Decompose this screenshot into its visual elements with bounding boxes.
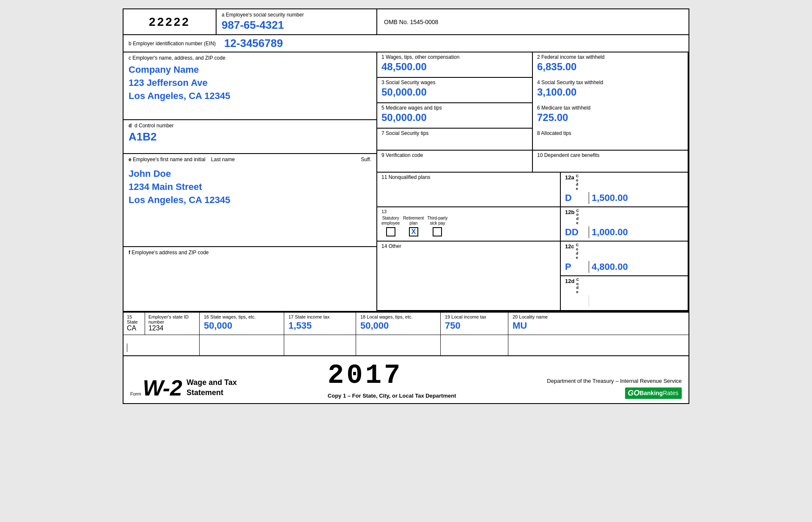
page-wrapper: 22222 a Employee's social security numbe… xyxy=(123,8,689,404)
employee-section: e Employee's first name and initial Last… xyxy=(123,154,376,247)
box4-value: 3,100.00 xyxy=(537,86,683,98)
box14-12cd-row: 14 Other 12c Code P 4,800.00 xyxy=(377,242,688,311)
box12d-label: 12d xyxy=(565,278,574,284)
box3-4-row: 3 Social Security wages 50,000.00 4 Soci… xyxy=(377,78,688,103)
employee-address-section: f Employee's address and ZIP code xyxy=(123,247,376,260)
box7-8-row: 7 Social Security tips 8 Allocated tips xyxy=(377,129,688,151)
box12b-inner: DD 1,000.00 xyxy=(565,226,683,238)
box12d-divider xyxy=(589,295,589,307)
footer-right: Department of the Treasury – Internal Re… xyxy=(547,378,682,399)
box10-label: 10 Dependent care benefits xyxy=(537,152,683,158)
go-text: GO xyxy=(628,389,639,398)
box6-label: 6 Medicare tax withheld xyxy=(537,105,683,111)
box14-label: 14 Other xyxy=(381,243,556,249)
box20-value: MU xyxy=(513,320,684,331)
box12c-divider xyxy=(589,261,589,273)
footer: Form W-2 Wage and TaxStatement 2017 Copy… xyxy=(123,356,689,403)
box12d-inner xyxy=(565,295,683,307)
employer-name: Company Name 123 Jefferson Ave Los Angel… xyxy=(129,63,371,102)
state-row2-col5 xyxy=(441,335,508,355)
footer-agency: Department of the Treasury – Internal Re… xyxy=(547,378,682,384)
box15-employer-id-label: Employer's state ID number xyxy=(148,314,196,324)
box12a-divider xyxy=(589,192,589,204)
box17-value: 1,535 xyxy=(288,320,351,331)
box2-label: 2 Federal income tax withheld xyxy=(537,54,683,60)
box10: 10 Dependent care benefits xyxy=(533,151,688,172)
employer-section: c Employer's name, address, and ZIP code… xyxy=(123,52,376,120)
box12a-amount: 1,500.00 xyxy=(592,192,628,203)
employee-address-label: f Employee's address and ZIP code xyxy=(129,250,371,256)
box5-6-row: 5 Medicare wages and tips 50,000.00 6 Me… xyxy=(377,103,688,129)
box13-label: 13 xyxy=(381,209,556,214)
box13-12b-row: 13 Statutoryemployee Retirementplan X xyxy=(377,207,688,242)
box18: 18 Local wages, tips, etc. 50,000 xyxy=(356,313,441,335)
box4-label: 4 Social Security tax withheld xyxy=(537,80,683,85)
box12c-code: P xyxy=(565,261,586,272)
box8-label: 8 Allocated tips xyxy=(537,130,683,136)
box4: 4 Social Security tax withheld 3,100.00 xyxy=(533,78,688,103)
w2-big-label: W-2 xyxy=(143,376,182,400)
box5-value: 50,000.00 xyxy=(381,112,528,124)
state-row2-col1 xyxy=(123,335,200,355)
box12a-code-label: Code xyxy=(576,174,588,191)
box15-label: 15 State xyxy=(127,314,141,324)
state-row2-col6 xyxy=(508,335,689,355)
employee-suff-label: Suff. xyxy=(361,157,371,162)
box15-employer-id-value: 1234 xyxy=(148,324,196,332)
box12b: 12b Code DD 1,000.00 xyxy=(561,207,688,241)
go-banking-logo: GO Banking Rates xyxy=(625,387,682,399)
ssn-value: 987-65-4321 xyxy=(222,19,371,32)
state-row2-col3 xyxy=(284,335,356,355)
box5: 5 Medicare wages and tips 50,000.00 xyxy=(377,103,533,129)
box3-value: 50,000.00 xyxy=(381,86,528,98)
box12d-code-label: Code xyxy=(576,278,588,295)
box12c-header: 12c Code xyxy=(565,243,683,260)
box5-label: 5 Medicare wages and tips xyxy=(381,105,528,111)
form-id: 22222 xyxy=(123,9,217,34)
footer-left: Form W-2 Wage and TaxStatement xyxy=(130,377,237,399)
box12b-label: 12b xyxy=(565,209,574,215)
box12b-code-label: Code xyxy=(576,209,588,226)
box1-value: 48,500.00 xyxy=(381,61,528,73)
main-grid: c Employer's name, address, and ZIP code… xyxy=(123,52,689,312)
box12c-label: 12c xyxy=(565,243,574,250)
omb-label: OMB No. 1545-0008 xyxy=(384,19,438,25)
box1-label: 1 Wages, tips, other compensation xyxy=(381,54,528,60)
state-row2-col2 xyxy=(200,335,284,355)
box1: 1 Wages, tips, other compensation 48,500… xyxy=(377,52,533,78)
box7-label: 7 Social Security tips xyxy=(381,130,528,136)
box6-value: 725.00 xyxy=(537,112,683,124)
box16: 16 State wages, tips, etc. 50,000 xyxy=(200,313,284,335)
box20: 20 Locality name MU xyxy=(508,313,689,335)
box12c-code-label: Code xyxy=(576,243,588,260)
banking-text: Banking xyxy=(639,390,663,396)
thirdparty-checkbox xyxy=(433,227,442,236)
box12b-code: DD xyxy=(565,227,586,238)
ein-value: 12-3456789 xyxy=(224,37,283,50)
box9-label: 9 Verification code xyxy=(381,152,528,158)
left-panel: c Employer's name, address, and ZIP code… xyxy=(123,52,377,311)
box12a-header: 12a Code xyxy=(565,174,683,191)
box17-label: 17 State income tax xyxy=(288,314,351,319)
rates-text: Rates xyxy=(663,390,678,396)
middle-panel: 1 Wages, tips, other compensation 48,500… xyxy=(377,52,689,311)
statutory-checkbox xyxy=(386,227,395,236)
state-row-2 xyxy=(123,335,689,356)
box3-label: 3 Social Security wages xyxy=(381,80,528,85)
box18-label: 18 Local wages, tips, etc. xyxy=(360,314,436,319)
box12b-divider xyxy=(589,226,589,238)
box12c-inner: P 4,800.00 xyxy=(565,261,683,273)
statutory-label: Statutoryemployee xyxy=(381,216,400,226)
control-section: d d Control number A1B2 xyxy=(123,120,376,154)
w2-logo: Form W-2 xyxy=(130,377,182,399)
box12a-label: 12a xyxy=(565,174,574,181)
box13-retirement: Retirementplan X xyxy=(403,216,424,236)
retirement-label: Retirementplan xyxy=(403,216,424,226)
box13: 13 Statutoryemployee Retirementplan X xyxy=(377,207,561,241)
copy-notice: Copy 1 – For State, City, or Local Tax D… xyxy=(328,393,456,399)
box12c-amount: 4,800.00 xyxy=(592,261,628,272)
box17: 17 State income tax 1,535 xyxy=(284,313,356,335)
box16-value: 50,000 xyxy=(204,320,280,331)
box11-12a-row: 11 Nonqualified plans 12a Code D 1,500.0… xyxy=(377,173,688,207)
box19-value: 750 xyxy=(445,320,504,331)
